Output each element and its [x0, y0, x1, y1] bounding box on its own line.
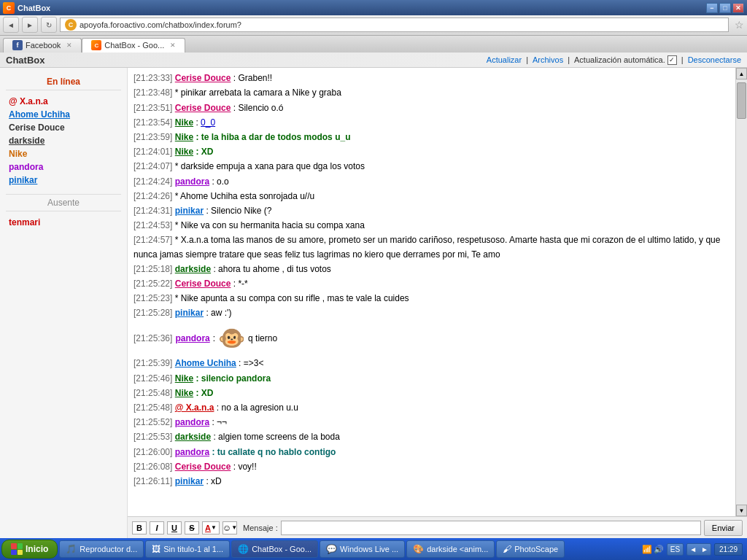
underline-button[interactable]: U: [167, 521, 182, 534]
taskbar-reproductor-label: Reproductor d...: [80, 545, 137, 553]
chat-scrollbar[interactable]: ▲ ▼: [735, 68, 747, 516]
message-input[interactable]: [281, 521, 701, 535]
msg-10: [21:24:31] pinikar : Silencio Nike (?: [133, 204, 729, 218]
font-color-button[interactable]: A ▼: [202, 521, 220, 534]
taskbar-item-reproductor[interactable]: 🎵 Reproductor d...: [59, 540, 144, 558]
tab-chatbox-close[interactable]: ✕: [170, 42, 176, 49]
browser-toolbar: ◄ ► ↻ C apoyofa.foroactivo.com/chatbox/i…: [0, 15, 747, 35]
user-pandora-2[interactable]: pandora: [175, 332, 209, 346]
msg-7: [21:24:07] * darkside empuja a xana para…: [133, 160, 729, 174]
disconnect-link[interactable]: Desconectarse: [688, 55, 741, 65]
send-button[interactable]: Enviar: [704, 520, 743, 536]
user-cerise-2[interactable]: Cerise Douce: [175, 103, 231, 113]
start-button[interactable]: Inicio: [1, 540, 58, 559]
win-pane-red: [11, 543, 17, 549]
msg-2: [21:23:48] * pinikar arrebata la camara …: [133, 86, 729, 100]
photoscaoe-icon: 🖌: [503, 544, 511, 554]
user-pandora-4[interactable]: pandora: [175, 447, 209, 457]
favorite-button[interactable]: ☆: [735, 19, 744, 31]
forward-button[interactable]: ►: [22, 17, 38, 33]
user-pandora-3[interactable]: pandora: [175, 417, 209, 427]
italic-button[interactable]: I: [150, 521, 164, 534]
sidebar-user-pinikar[interactable]: pinikar: [6, 174, 121, 187]
chatbox-title: ChatBox: [6, 55, 44, 66]
scroll-up-button[interactable]: ▲: [736, 68, 747, 79]
taskbar-item-windowslive[interactable]: 💬 Windows Live ...: [320, 540, 405, 558]
window-controls[interactable]: − □ ✕: [706, 3, 744, 13]
sintitulo-icon: 🖼: [152, 544, 160, 554]
strikethrough-button[interactable]: S: [185, 521, 199, 534]
back-button[interactable]: ◄: [3, 17, 19, 33]
auto-update-checkbox[interactable]: ✓: [667, 55, 677, 65]
app-icon: C: [3, 2, 15, 14]
refresh-button[interactable]: ↻: [41, 17, 57, 33]
chat-area: [21:23:33] Cerise Douce : Graben!! [21:2…: [128, 68, 747, 538]
msg-25: [21:26:08] Cerise Douce : voy!!: [133, 460, 729, 474]
chatbox-tab-icon: C: [91, 40, 101, 50]
maximize-button[interactable]: □: [719, 3, 731, 13]
sidebar-user-cerise[interactable]: Cerise Douce: [6, 121, 121, 134]
win-pane-yellow: [18, 550, 23, 556]
user-ahome-1[interactable]: Ahome Uchiha: [175, 358, 236, 368]
user-darkside-1[interactable]: darkside: [175, 264, 211, 274]
sidebar-user-nike[interactable]: Nike: [6, 147, 121, 160]
user-nike-5[interactable]: Nike: [175, 388, 193, 398]
user-nike-1[interactable]: Nike: [175, 117, 193, 128]
scroll-thumb[interactable]: [737, 82, 746, 119]
user-pinikar-3[interactable]: pinikar: [175, 476, 204, 486]
user-pinikar-1[interactable]: pinikar: [175, 206, 204, 216]
address-bar[interactable]: C apoyofa.foroactivo.com/chatbox/index.f…: [60, 18, 729, 32]
user-cerise-3[interactable]: Cerise Douce: [175, 279, 231, 289]
update-link[interactable]: Actualizar: [487, 55, 522, 65]
message-label: Mensaje :: [243, 524, 278, 532]
tab-facebook-close[interactable]: ✕: [66, 42, 72, 49]
scroll-down-button[interactable]: ▼: [736, 505, 747, 516]
sidebar-user-ahome[interactable]: Ahome Uchiha: [6, 108, 121, 121]
emoji-button[interactable]: ☺▼: [222, 521, 237, 534]
tab-chatbox[interactable]: C ChatBox - Goo... ✕: [82, 38, 185, 52]
taskbar-item-chatbox[interactable]: 🌐 ChatBox - Goo...: [231, 540, 318, 558]
msg-11: [21:24:53] * Nike va con su hermanita ha…: [133, 219, 729, 233]
taskbar-chatbox-label: ChatBox - Goo...: [252, 545, 311, 553]
tab-facebook[interactable]: f Facebook ✕: [3, 38, 82, 52]
darkside-icon: 🎨: [413, 544, 424, 554]
language-button[interactable]: ES: [667, 543, 684, 556]
close-button[interactable]: ✕: [732, 3, 744, 13]
user-cerise-1[interactable]: Cerise Douce: [175, 73, 231, 83]
url-text: apoyofa.foroactivo.com/chatbox/index.for…: [80, 20, 241, 29]
nav-left-arrow[interactable]: ◄: [687, 544, 699, 555]
minimize-button[interactable]: −: [706, 3, 718, 13]
msg-18: [21:25:39] Ahome Uchiha : =>3<: [133, 357, 729, 370]
chat-messages: [21:23:33] Cerise Douce : Graben!! [21:2…: [128, 68, 735, 516]
taskbar-item-sintitulo[interactable]: 🖼 Sin titulo-1 al 1...: [145, 540, 230, 558]
archives-link[interactable]: Archivos: [533, 55, 563, 65]
nav-right-arrow[interactable]: ►: [699, 544, 711, 555]
user-pandora-1[interactable]: pandora: [175, 176, 209, 187]
bold-button[interactable]: B: [132, 521, 147, 534]
taskbar-item-photoscaoe[interactable]: 🖌 PhotoScape: [496, 540, 565, 558]
nav-arrows[interactable]: ◄ ►: [686, 543, 711, 556]
sidebar-user-pandora[interactable]: pandora: [6, 160, 121, 174]
msg-12: [21:24:57] * X.a.n.a toma las manos de s…: [133, 233, 729, 261]
user-pinikar-2[interactable]: pinikar: [175, 308, 204, 318]
msg-5: [21:23:59] Nike : te la hiba a dar de to…: [133, 131, 729, 144]
scroll-track[interactable]: [736, 79, 747, 505]
user-nike-2[interactable]: Nike: [175, 132, 193, 142]
sidebar-user-xana[interactable]: @ X.a.n.a: [6, 95, 121, 108]
msg-17: [21:25:36] pandora : 🐵 q tierno: [133, 321, 729, 356]
absent-section-title: Ausente: [6, 194, 121, 211]
user-nike-3[interactable]: Nike: [175, 147, 193, 157]
msg-21: [21:25:48] @ X.a.n.a : no a la agresion …: [133, 401, 729, 415]
auto-update-label: Actualización automática.: [574, 55, 665, 64]
user-xana-1[interactable]: @ X.a.n.a: [175, 402, 214, 413]
msg-23: [21:25:53] darkside : algien tome screen…: [133, 430, 729, 444]
user-nike-4[interactable]: Nike: [175, 373, 193, 384]
user-cerise-4[interactable]: Cerise Douce: [175, 462, 231, 472]
sidebar-user-darkside[interactable]: darkside: [6, 134, 121, 147]
msg-26: [21:26:11] pinikar : xD: [133, 475, 729, 489]
tab-chatbox-label: ChatBox - Goo...: [104, 41, 164, 50]
sidebar-user-tenmari[interactable]: tenmari: [6, 216, 121, 229]
online-users-list: @ X.a.n.a Ahome Uchiha Cerise Douce dark…: [6, 95, 121, 187]
taskbar-item-darkside[interactable]: 🎨 darkside <anim...: [406, 540, 495, 558]
user-darkside-2[interactable]: darkside: [175, 432, 211, 442]
